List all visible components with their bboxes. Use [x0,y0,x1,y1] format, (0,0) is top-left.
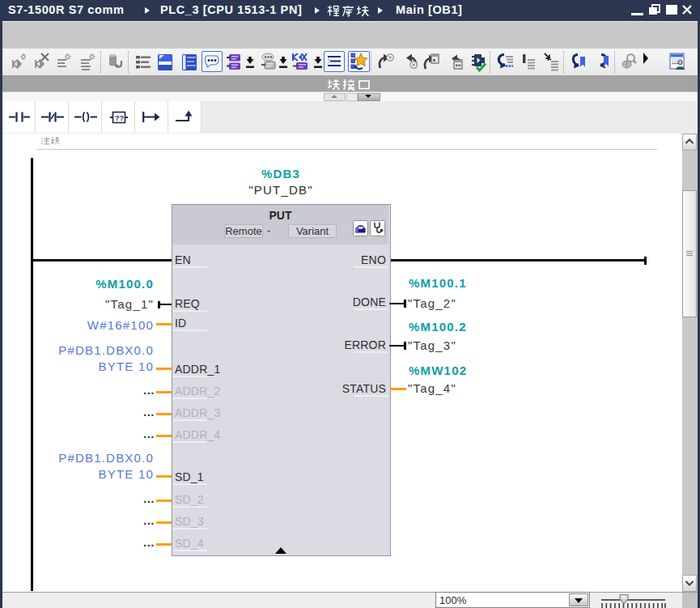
svg-text:??: ?? [115,114,124,122]
